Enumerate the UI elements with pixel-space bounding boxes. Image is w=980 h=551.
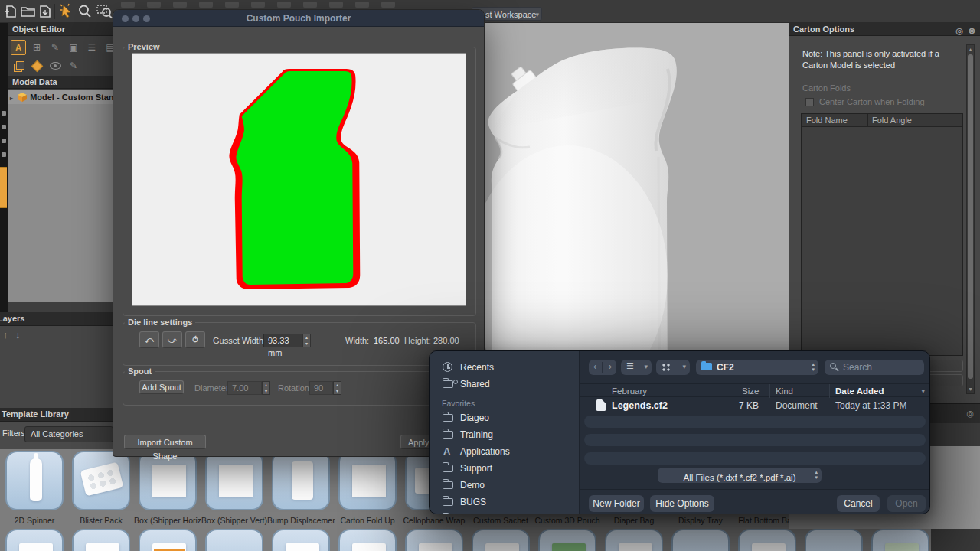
sidebar-item-shared[interactable]: Shared (439, 378, 573, 392)
format-dropdown[interactable]: All Files (*.dxf *.cf2 *.pdf *.ai) ▴▾ (658, 468, 822, 483)
template-tile[interactable] (272, 451, 330, 510)
column-kind[interactable]: Kind (776, 386, 793, 396)
scroll-up-icon[interactable]: ▴ (967, 46, 974, 53)
template-tile[interactable] (671, 529, 730, 551)
template-tile[interactable] (5, 529, 64, 551)
text-tool-button[interactable]: A (11, 40, 26, 55)
column-divider[interactable] (733, 384, 733, 398)
fold-left-button[interactable]: ⤺ (139, 331, 159, 348)
sidebar-item-bugs[interactable]: BUGS (439, 496, 573, 510)
view-list-dropdown[interactable]: ☰ ▾ (621, 360, 652, 375)
rotation-field[interactable]: 90 (309, 381, 333, 395)
rail-tool-icon[interactable] (2, 152, 6, 157)
rail-tool-icon[interactable] (2, 111, 6, 116)
flip-button[interactable]: ⥀ (185, 331, 205, 348)
rail-tool-icon[interactable] (2, 139, 6, 143)
rotation-stepper[interactable]: ▴▾ (333, 381, 341, 395)
rail-active-marker[interactable] (0, 167, 7, 208)
list-button[interactable]: ☰ (84, 40, 100, 55)
sort-chevron-icon[interactable]: ▾ (921, 387, 925, 395)
rail-tool-icon[interactable] (2, 125, 6, 129)
template-tile[interactable] (272, 529, 330, 551)
template-tile[interactable] (5, 451, 64, 510)
scroll-down-icon[interactable]: ▾ (967, 386, 974, 393)
search-icon[interactable] (77, 4, 93, 19)
template-tile[interactable] (472, 529, 530, 551)
template-tile[interactable] (205, 529, 263, 551)
new-file-icon[interactable] (4, 5, 18, 18)
panel-close-icon[interactable]: ⊗ (969, 24, 975, 37)
add-spout-button[interactable]: Add Spout (139, 380, 184, 394)
template-tile[interactable] (338, 451, 397, 510)
model-data-list[interactable] (8, 104, 113, 302)
fold-angle-column[interactable]: Fold Angle (872, 114, 912, 126)
nav-buttons[interactable]: ‹ › (589, 360, 616, 375)
template-tile[interactable] (605, 529, 663, 551)
panel-settings-icon[interactable]: ◎ (966, 409, 974, 419)
template-tile[interactable] (538, 529, 596, 551)
model-tree-item[interactable]: ▸ Model - Custom Standup Pou (8, 90, 113, 104)
select-cursor-icon[interactable] (59, 3, 74, 20)
scrollbar-thumb[interactable] (968, 54, 973, 379)
template-tile[interactable] (205, 451, 263, 510)
sidebar-item-demo[interactable]: Demo (439, 479, 573, 493)
disclosure-triangle-icon[interactable]: ▸ (10, 95, 13, 102)
forward-icon[interactable]: › (609, 360, 612, 372)
sidebar-item-partial[interactable] (439, 513, 573, 514)
add-object-button[interactable]: ⊞ (29, 40, 44, 55)
panel-settings-icon[interactable]: ◎ (956, 24, 963, 37)
layer-up-button[interactable]: ↑ (3, 329, 8, 341)
import-custom-shape-button[interactable]: Import Custom Shape (124, 435, 206, 449)
gusset-width-field[interactable]: 93.33 mm (263, 334, 302, 347)
sidebar-item-applications[interactable]: AApplications (439, 445, 573, 459)
template-tile[interactable] (805, 529, 863, 551)
location-dropdown[interactable]: CF2 ▴▾ (696, 360, 818, 375)
search-input[interactable]: Search (825, 360, 924, 375)
column-group-header[interactable]: February (612, 386, 647, 396)
sidebar-item-recents[interactable]: Recents (439, 361, 573, 375)
fold-table[interactable]: Fold Name Fold Angle (801, 113, 963, 356)
sidebar-item-training[interactable]: Training (439, 429, 573, 442)
cube-button[interactable] (29, 58, 44, 73)
template-tile[interactable] (871, 529, 929, 551)
template-tile[interactable] (72, 529, 130, 551)
column-date-added[interactable]: Date Added (835, 386, 884, 396)
template-tile[interactable] (338, 529, 397, 551)
template-tile[interactable] (738, 529, 796, 551)
zoom-select-icon[interactable] (96, 4, 113, 19)
thumb (619, 543, 652, 551)
edit-pencil-button[interactable]: ✎ (47, 40, 63, 55)
duplicate-button[interactable] (11, 58, 26, 73)
open-folder-icon[interactable] (21, 5, 35, 18)
gusset-stepper[interactable]: ▴▾ (302, 334, 311, 347)
sidebar-item-diageo[interactable]: Diageo (439, 412, 573, 425)
image-button[interactable]: ▣ (66, 40, 81, 55)
sidebar-item-support[interactable]: Support (439, 462, 573, 476)
diameter-stepper[interactable]: ▴▾ (262, 381, 270, 395)
column-size[interactable]: Size (742, 386, 759, 396)
back-icon[interactable]: ‹ (593, 360, 596, 372)
cancel-button[interactable]: Cancel (837, 495, 880, 512)
open-button[interactable]: Open (887, 495, 926, 512)
fold-right-button[interactable]: ⤻ (162, 331, 182, 348)
group-dropdown[interactable]: ▾ (656, 360, 690, 375)
center-carton-checkbox[interactable] (805, 98, 814, 106)
diameter-field[interactable]: 7.00 (227, 381, 262, 395)
template-tile[interactable] (72, 451, 130, 510)
file-row[interactable]: Legends.cf2 7 KB Document Today at 1:33 … (580, 399, 930, 412)
category-dropdown[interactable]: All Categories (24, 426, 113, 442)
gusset-width-label: Gusset Width (213, 336, 263, 345)
column-divider[interactable] (769, 384, 770, 398)
new-folder-button[interactable]: New Folder (589, 495, 644, 512)
layer-down-button[interactable]: ↓ (15, 329, 21, 341)
panel-scrollbar[interactable]: ▴ ▾ (966, 44, 975, 394)
hide-options-button[interactable]: Hide Options (650, 495, 714, 512)
column-divider[interactable] (829, 384, 830, 398)
visibility-button[interactable] (47, 58, 63, 73)
template-tile[interactable] (405, 529, 463, 551)
pen-add-button[interactable]: ✎ (66, 58, 81, 73)
template-tile[interactable] (139, 529, 197, 551)
fold-name-column[interactable]: Fold Name (806, 114, 848, 126)
dialog-titlebar[interactable]: Custom Pouch Importer (113, 10, 484, 27)
save-file-icon[interactable] (38, 5, 52, 18)
